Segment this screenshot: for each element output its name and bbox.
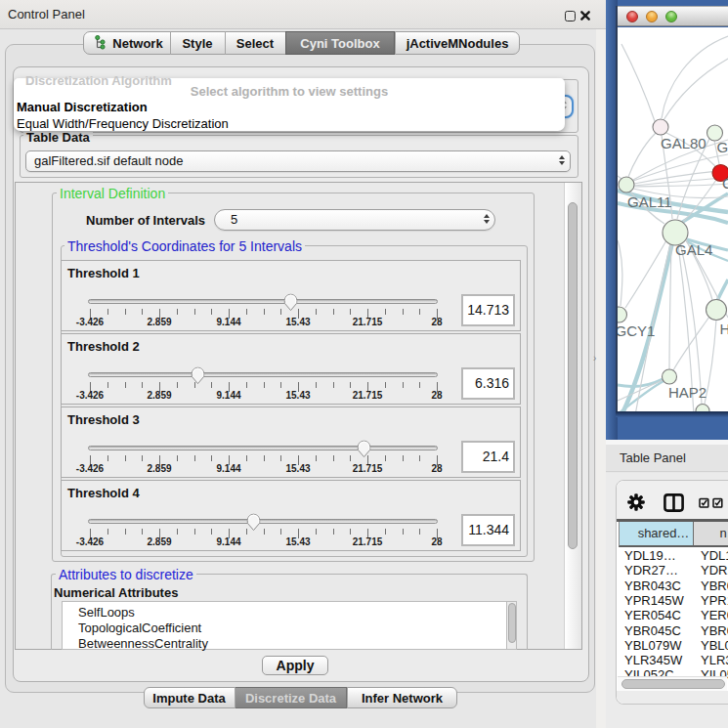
- svg-text:GAL4: GAL4: [675, 241, 712, 258]
- svg-text:H: H: [720, 321, 728, 337]
- svg-text:GCY1: GCY1: [618, 322, 655, 339]
- svg-text:HAP2: HAP2: [668, 384, 707, 401]
- svg-text:GA: GA: [717, 139, 728, 155]
- svg-text:GAL11: GAL11: [627, 193, 672, 210]
- svg-text:C: C: [722, 175, 728, 192]
- svg-text:GAL80: GAL80: [661, 135, 707, 151]
